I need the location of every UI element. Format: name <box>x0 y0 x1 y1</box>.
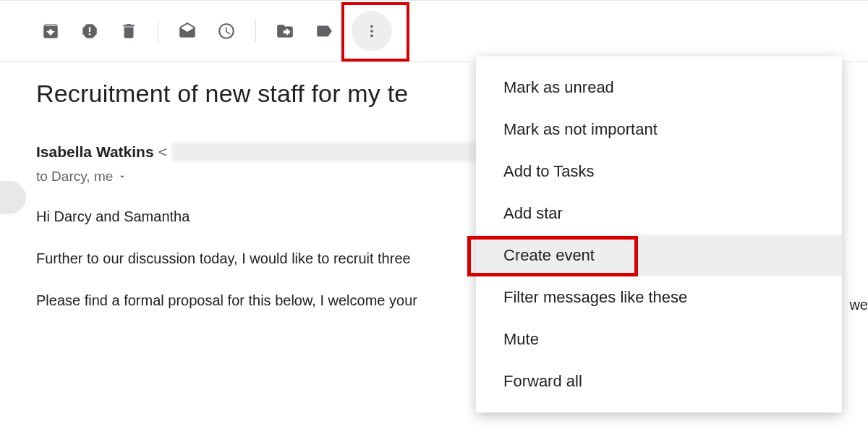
mark-unread-icon[interactable] <box>173 17 202 46</box>
archive-icon[interactable] <box>36 17 65 46</box>
svg-point-2 <box>370 35 373 38</box>
menu-item-mark-unread[interactable]: Mark as unread <box>476 67 842 109</box>
menu-item-add-star[interactable]: Add star <box>476 193 842 234</box>
menu-item-mark-not-important[interactable]: Mark as not important <box>476 109 842 151</box>
delete-icon[interactable] <box>114 17 143 46</box>
menu-item-label: Create event <box>503 246 595 264</box>
angle-bracket: < <box>158 143 167 161</box>
menu-item-add-to-tasks[interactable]: Add to Tasks <box>476 151 842 193</box>
sender-email-redacted <box>171 143 475 161</box>
more-options-button[interactable] <box>352 11 392 51</box>
toolbar-separator <box>255 20 256 43</box>
more-options-menu: Mark as unread Mark as not important Add… <box>476 56 842 413</box>
spam-icon[interactable] <box>75 17 104 46</box>
email-toolbar <box>0 0 868 62</box>
label-icon[interactable] <box>310 17 339 46</box>
truncated-text-fragment: we <box>849 297 868 313</box>
snooze-icon[interactable] <box>212 17 241 46</box>
menu-item-forward-all[interactable]: Forward all <box>476 360 842 402</box>
svg-point-1 <box>370 30 373 33</box>
menu-item-create-event[interactable]: Create event <box>476 234 842 276</box>
recipients-text: to Darcy, me <box>36 169 113 185</box>
svg-point-0 <box>370 25 373 28</box>
sender-name[interactable]: Isabella Watkins <box>36 143 154 161</box>
menu-item-filter-messages[interactable]: Filter messages like these <box>476 276 842 318</box>
toolbar-separator <box>158 20 158 43</box>
chevron-down-icon <box>117 172 127 182</box>
more-button-wrapper <box>352 11 392 51</box>
move-to-icon[interactable] <box>271 17 299 46</box>
menu-item-mute[interactable]: Mute <box>476 318 842 360</box>
